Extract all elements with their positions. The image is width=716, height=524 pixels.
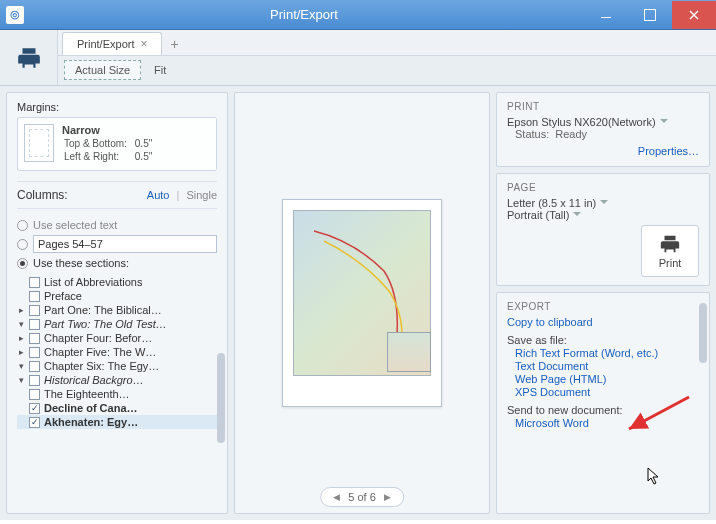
- margins-label: Margins:: [17, 101, 217, 113]
- actual-size-button[interactable]: Actual Size: [64, 60, 141, 80]
- print-panel: PRINT Epson Stylus NX620(Network) Status…: [496, 92, 710, 167]
- radio-icon: [17, 239, 28, 250]
- titlebar: ◎ Print/Export: [0, 0, 716, 30]
- page-title: PAGE: [507, 182, 699, 193]
- tree-node[interactable]: ▸Part One: The Biblical…: [17, 303, 217, 317]
- export-rtf-link[interactable]: Rich Text Format (Word, etc.): [507, 347, 699, 359]
- columns-auto[interactable]: Auto: [147, 189, 170, 201]
- preview-panel: ◀ 5 of 6 ▶: [234, 92, 490, 514]
- tree-node[interactable]: Decline of Cana…: [17, 401, 217, 415]
- margins-selector[interactable]: Narrow Top & Bottom:0.5" Left & Right:0.…: [17, 117, 217, 171]
- tab-label: Print/Export: [77, 38, 134, 50]
- use-selected-radio[interactable]: Use selected text: [17, 217, 217, 233]
- use-selected-label: Use selected text: [33, 219, 117, 231]
- properties-link[interactable]: Properties…: [638, 145, 699, 157]
- columns-sep: |: [177, 189, 180, 201]
- tree-node[interactable]: List of Abbreviations: [17, 275, 217, 289]
- pages-radio[interactable]: [17, 233, 217, 255]
- tab-print-export[interactable]: Print/Export ×: [62, 32, 162, 55]
- print-button[interactable]: Print: [641, 225, 699, 277]
- columns-row: Columns: Auto | Single: [17, 181, 217, 209]
- status-value: Ready: [549, 128, 699, 140]
- close-button[interactable]: [672, 1, 716, 29]
- radio-icon: [17, 220, 28, 231]
- tree-node[interactable]: ▸Chapter Five: The W…: [17, 345, 217, 359]
- print-title: PRINT: [507, 101, 699, 112]
- margin-lr-label: Left & Right:: [64, 151, 133, 162]
- minimize-button[interactable]: [584, 1, 628, 29]
- radio-icon: [17, 258, 28, 269]
- pager: ◀ 5 of 6 ▶: [320, 487, 404, 507]
- columns-label: Columns:: [17, 188, 68, 202]
- export-xps-link[interactable]: XPS Document: [507, 386, 699, 398]
- tree-node[interactable]: ▾Historical Backgro…: [17, 373, 217, 387]
- content: Margins: Narrow Top & Bottom:0.5" Left &…: [0, 86, 716, 520]
- columns-single[interactable]: Single: [186, 189, 217, 201]
- margin-thumb-icon: [24, 124, 54, 162]
- tree-node[interactable]: ▸Chapter Four: Befor…: [17, 331, 217, 345]
- margin-tb-value: 0.5": [135, 138, 158, 149]
- tab-add-button[interactable]: +: [162, 33, 186, 55]
- print-button-label: Print: [659, 257, 682, 269]
- pager-prev[interactable]: ◀: [333, 492, 340, 502]
- printer-dropdown[interactable]: Epson Stylus NX620(Network): [507, 116, 699, 128]
- right-column: PRINT Epson Stylus NX620(Network) Status…: [496, 92, 710, 514]
- fit-button[interactable]: Fit: [143, 60, 177, 80]
- margin-lr-value: 0.5": [135, 151, 158, 162]
- printer-icon-button[interactable]: [0, 30, 58, 85]
- page-panel: PAGE Letter (8.5 x 11 in) Portrait (Tall…: [496, 173, 710, 286]
- preview-page: [282, 199, 442, 407]
- tree-node-selected[interactable]: Akhenaten: Egy…: [17, 415, 217, 429]
- export-msword-link[interactable]: Microsoft Word: [507, 417, 699, 429]
- inset-map: [387, 332, 431, 372]
- sections-tree: List of Abbreviations Preface ▸Part One:…: [17, 275, 217, 429]
- export-title: EXPORT: [507, 301, 699, 312]
- tab-close-icon[interactable]: ×: [140, 37, 147, 51]
- close-icon: [688, 9, 700, 21]
- toolbar: Print/Export × + Actual Size Fit: [0, 30, 716, 86]
- pager-next[interactable]: ▶: [384, 492, 391, 502]
- tree-node[interactable]: ▾Chapter Six: The Egy…: [17, 359, 217, 373]
- status-label: Status:: [515, 128, 549, 140]
- window-title: Print/Export: [24, 7, 584, 22]
- printer-icon: [16, 45, 42, 71]
- export-txt-link[interactable]: Text Document: [507, 360, 699, 372]
- app-icon: ◎: [6, 6, 24, 24]
- export-panel: EXPORT Copy to clipboard Save as file: R…: [496, 292, 710, 514]
- scrollbar-thumb[interactable]: [699, 303, 707, 363]
- tab-strip: Print/Export × +: [58, 30, 716, 56]
- maximize-button[interactable]: [628, 1, 672, 29]
- left-panel: Margins: Narrow Top & Bottom:0.5" Left &…: [6, 92, 228, 514]
- saveas-label: Save as file:: [507, 334, 699, 346]
- cursor-icon: [647, 467, 663, 487]
- printer-icon: [659, 233, 681, 255]
- pager-text: 5 of 6: [348, 491, 376, 503]
- copy-clipboard-link[interactable]: Copy to clipboard: [507, 316, 699, 328]
- orientation-dropdown[interactable]: Portrait (Tall): [507, 209, 699, 221]
- use-sections-radio[interactable]: Use these sections:: [17, 255, 217, 271]
- use-sections-label: Use these sections:: [33, 257, 129, 269]
- scrollbar-thumb[interactable]: [217, 353, 225, 443]
- paper-size-dropdown[interactable]: Letter (8.5 x 11 in): [507, 197, 699, 209]
- tree-node[interactable]: The Eighteenth…: [17, 387, 217, 401]
- sendto-label: Send to new document:: [507, 404, 699, 416]
- tree-node[interactable]: ▾Part Two: The Old Test…: [17, 317, 217, 331]
- margin-name: Narrow: [62, 124, 160, 136]
- margin-tb-label: Top & Bottom:: [64, 138, 133, 149]
- zoom-row: Actual Size Fit: [58, 56, 716, 85]
- pages-input[interactable]: [33, 235, 217, 253]
- export-html-link[interactable]: Web Page (HTML): [507, 373, 699, 385]
- tree-node[interactable]: Preface: [17, 289, 217, 303]
